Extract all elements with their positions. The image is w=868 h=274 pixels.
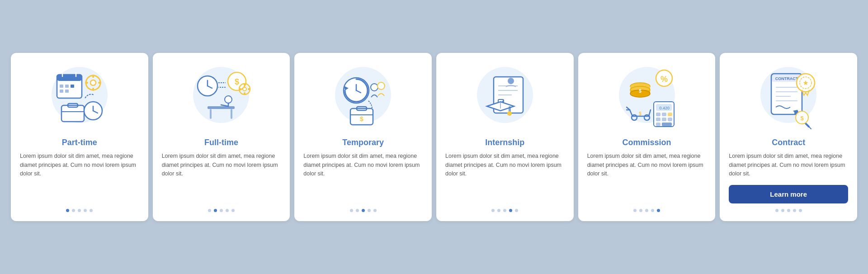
svg-text:$: $ bbox=[639, 89, 642, 94]
dot bbox=[373, 209, 377, 212]
svg-rect-5 bbox=[71, 85, 74, 88]
dot bbox=[226, 209, 229, 212]
card-full-time-dots bbox=[208, 209, 235, 212]
dot bbox=[793, 209, 796, 212]
card-temporary: $ Temporary Lorem ipsum dolor sit dim am… bbox=[294, 53, 432, 221]
dot bbox=[651, 209, 654, 212]
dot bbox=[515, 209, 518, 212]
card-commission: % $ $ 0.420 bbox=[578, 53, 716, 221]
dot bbox=[497, 209, 500, 212]
card-commission-title: Commission bbox=[622, 138, 671, 147]
svg-rect-29 bbox=[210, 109, 212, 119]
card-internship-dots bbox=[491, 209, 518, 212]
svg-rect-84 bbox=[656, 123, 660, 126]
svg-rect-2 bbox=[57, 75, 82, 81]
svg-rect-39 bbox=[248, 88, 250, 90]
dot bbox=[84, 209, 87, 212]
svg-rect-83 bbox=[668, 118, 672, 121]
dot bbox=[214, 209, 217, 212]
dot bbox=[72, 209, 75, 212]
svg-text:$: $ bbox=[360, 115, 363, 123]
dot bbox=[78, 209, 81, 212]
dot bbox=[639, 209, 642, 212]
svg-point-35 bbox=[243, 87, 246, 91]
svg-text:0.420: 0.420 bbox=[659, 106, 670, 110]
svg-rect-7 bbox=[65, 90, 69, 93]
svg-rect-82 bbox=[662, 118, 666, 121]
svg-text:$: $ bbox=[801, 115, 804, 122]
svg-rect-81 bbox=[656, 118, 660, 121]
svg-rect-6 bbox=[60, 90, 63, 93]
svg-rect-30 bbox=[231, 109, 232, 119]
svg-rect-36 bbox=[244, 84, 245, 86]
cards-container: Part-time Lorem ipsum dolor sit dim amet… bbox=[0, 44, 868, 230]
svg-rect-37 bbox=[244, 92, 245, 94]
full-time-illustration: $ bbox=[185, 61, 257, 133]
card-temporary-dots bbox=[350, 209, 377, 212]
svg-point-46 bbox=[377, 82, 385, 90]
dot bbox=[633, 209, 637, 212]
card-commission-dots bbox=[633, 209, 660, 212]
svg-rect-28 bbox=[208, 106, 235, 109]
svg-rect-12 bbox=[92, 75, 94, 78]
dot bbox=[66, 209, 69, 212]
card-full-time: $ Full-time Lorem bbox=[153, 53, 290, 221]
card-part-time-dots bbox=[66, 209, 93, 212]
dot bbox=[491, 209, 495, 212]
card-contract-dots bbox=[775, 209, 802, 212]
svg-rect-79 bbox=[662, 113, 666, 116]
dot bbox=[208, 209, 211, 212]
svg-point-45 bbox=[371, 84, 378, 91]
svg-rect-78 bbox=[656, 113, 660, 116]
dot bbox=[231, 209, 235, 212]
svg-rect-80 bbox=[668, 113, 672, 116]
svg-rect-15 bbox=[98, 82, 101, 84]
card-contract: CONTRACT ★ $ Co bbox=[720, 53, 857, 221]
dot bbox=[362, 209, 365, 212]
dot bbox=[799, 209, 802, 212]
dot bbox=[90, 209, 93, 212]
dot bbox=[350, 209, 353, 212]
card-temporary-body: Lorem ipsum dolor sit dim amet, mea regi… bbox=[303, 152, 423, 202]
svg-rect-13 bbox=[92, 88, 94, 91]
dot bbox=[368, 209, 371, 212]
contract-illustration: CONTRACT ★ $ bbox=[752, 61, 825, 133]
svg-rect-38 bbox=[239, 88, 241, 90]
svg-point-31 bbox=[225, 96, 232, 103]
svg-text:$: $ bbox=[639, 111, 642, 116]
card-temporary-title: Temporary bbox=[342, 138, 384, 147]
svg-text:★: ★ bbox=[803, 80, 808, 86]
dot bbox=[781, 209, 784, 212]
dot bbox=[503, 209, 506, 212]
card-contract-title: Contract bbox=[772, 138, 805, 147]
dot bbox=[657, 209, 660, 212]
dot bbox=[645, 209, 648, 212]
svg-point-60 bbox=[507, 111, 512, 116]
svg-rect-14 bbox=[85, 82, 88, 84]
svg-rect-3 bbox=[60, 85, 63, 88]
card-internship: Internship Lorem ipsum dolor sit dim ame… bbox=[436, 53, 574, 221]
card-internship-body: Lorem ipsum dolor sit dim amet, mea regi… bbox=[445, 152, 565, 202]
temporary-illustration: $ bbox=[327, 61, 399, 133]
svg-rect-16 bbox=[61, 105, 84, 122]
card-full-time-body: Lorem ipsum dolor sit dim amet, mea regi… bbox=[162, 152, 281, 202]
svg-rect-4 bbox=[65, 85, 69, 88]
dot bbox=[509, 209, 512, 212]
svg-text:%: % bbox=[660, 75, 667, 84]
card-part-time-title: Part-time bbox=[62, 138, 97, 147]
internship-illustration bbox=[469, 61, 541, 133]
card-part-time: Part-time Lorem ipsum dolor sit dim amet… bbox=[11, 53, 148, 221]
commission-illustration: % $ $ 0.420 bbox=[611, 61, 683, 133]
svg-rect-85 bbox=[662, 123, 672, 126]
card-commission-body: Lorem ipsum dolor sit dim amet, mea regi… bbox=[587, 152, 707, 202]
card-part-time-body: Lorem ipsum dolor sit dim amet, mea regi… bbox=[20, 152, 139, 202]
dot bbox=[220, 209, 223, 212]
dot bbox=[356, 209, 359, 212]
dot bbox=[787, 209, 790, 212]
dot bbox=[775, 209, 778, 212]
svg-text:CONTRACT: CONTRACT bbox=[775, 76, 798, 81]
card-full-time-title: Full-time bbox=[204, 138, 238, 147]
svg-point-57 bbox=[508, 78, 514, 84]
card-internship-title: Internship bbox=[485, 138, 524, 147]
learn-more-button[interactable]: Learn more bbox=[729, 185, 848, 203]
